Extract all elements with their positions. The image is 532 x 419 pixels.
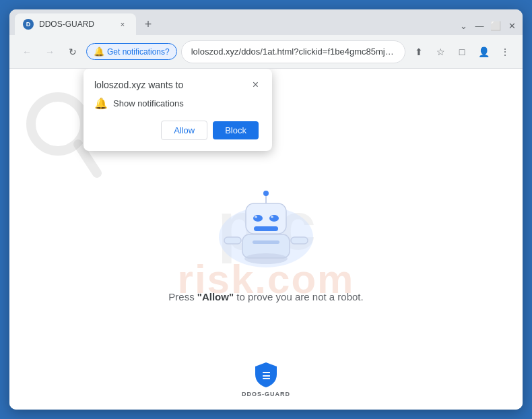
minimize-button[interactable]: — [474,20,485,31]
url-text: loloszod.xyz/ddos/1at.html?clickid=f1be4… [191,46,395,57]
extension-icon[interactable]: □ [453,42,471,61]
page-content: ptc risk.com loloszod.xyz wants to × 🔔 S… [9,69,523,410]
svg-point-7 [271,216,273,218]
popup-title: loloszod.xyz wants to [94,79,183,90]
block-button[interactable]: Block [213,121,259,139]
svg-rect-8 [254,226,278,231]
url-bar[interactable]: loloszod.xyz/ddos/1at.html?clickid=f1be4… [181,40,405,63]
forward-button[interactable]: → [40,42,59,61]
svg-rect-12 [253,240,279,244]
svg-point-5 [269,215,279,222]
robot-image [205,176,327,278]
tab-title: DDOS-GUARD [39,20,112,29]
svg-point-0 [31,97,85,151]
notification-popup: loloszod.xyz wants to × 🔔 Show notificat… [84,69,272,151]
share-icon[interactable]: ⬆ [409,42,428,61]
new-tab-button[interactable]: + [139,15,158,34]
profile-icon[interactable]: 👤 [474,42,493,61]
title-bar: D DDOS-GUARD × + ⌄ — ⬜ ✕ [9,9,523,35]
svg-point-10 [263,191,269,196]
browser-window: D DDOS-GUARD × + ⌄ — ⬜ ✕ ← → ↻ 🔔 Get not… [9,9,523,410]
popup-actions: Allow Block [94,121,259,140]
svg-text:☰: ☰ [262,370,271,381]
address-icons: ⬆ ☆ □ 👤 ⋮ [409,42,514,61]
popup-bell-icon: 🔔 [94,97,108,110]
address-bar: ← → ↻ 🔔 Get notifications? loloszod.xyz/… [9,35,523,69]
maximize-button[interactable]: ⬜ [490,20,501,31]
menu-icon[interactable]: ⋮ [496,42,514,61]
notification-chip[interactable]: 🔔 Get notifications? [86,43,177,60]
bell-chip-icon: 🔔 [94,46,104,57]
chevron-down-icon[interactable]: ⌄ [458,20,469,31]
ddos-logo: ☰ DDOS-GUARD [242,361,290,397]
popup-notification-row: 🔔 Show notifications [94,97,259,110]
robot-area: Press "Allow" to prove you are not a rob… [168,176,363,302]
svg-point-15 [244,253,288,264]
robot-caption: Press "Allow" to prove you are not a rob… [168,291,363,302]
popup-header: loloszod.xyz wants to × [94,79,259,90]
ddos-shield-icon: ☰ [254,361,278,388]
ddos-label: DDOS-GUARD [242,391,290,397]
refresh-button[interactable]: ↻ [63,42,82,61]
svg-point-4 [253,215,263,222]
window-controls: ⌄ — ⬜ ✕ [458,20,517,35]
allow-button[interactable]: Allow [161,121,207,140]
popup-notification-text: Show notifications [113,98,184,108]
notification-chip-label: Get notifications? [107,47,170,57]
tab-close-button[interactable]: × [117,19,128,30]
bookmark-icon[interactable]: ☆ [431,42,450,61]
svg-rect-13 [224,237,241,244]
tab-favicon: D [23,19,34,30]
active-tab[interactable]: D DDOS-GUARD × [15,13,136,35]
close-button[interactable]: ✕ [506,20,517,31]
svg-rect-14 [291,237,308,244]
popup-close-button[interactable]: × [253,79,259,90]
svg-point-6 [255,216,257,218]
back-button[interactable]: ← [18,42,36,61]
